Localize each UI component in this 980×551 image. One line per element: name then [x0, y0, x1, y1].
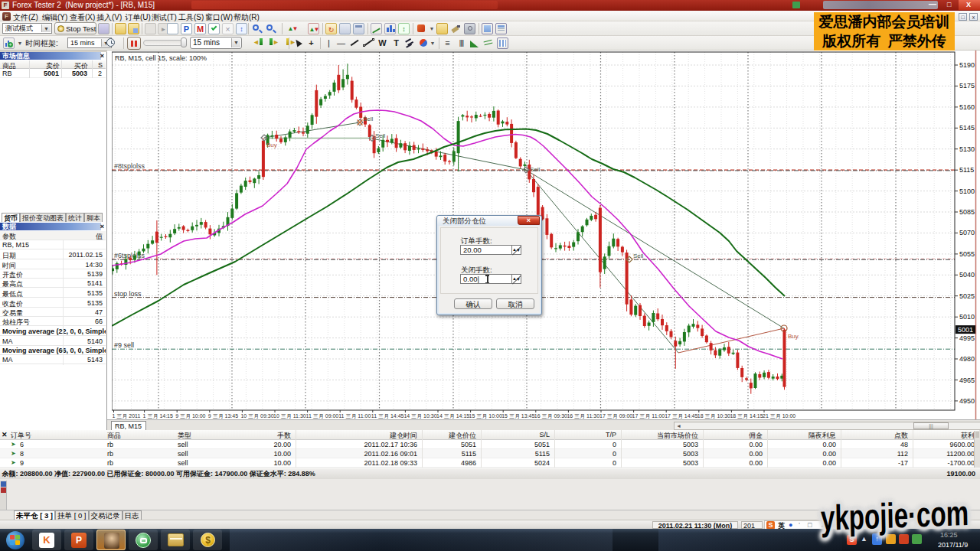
svg-text:15 三月 13:45: 15 三月 13:45 [501, 413, 534, 419]
svg-text:5055: 5055 [959, 250, 975, 258]
svg-text:5160: 5160 [959, 103, 975, 111]
svg-text:5130: 5130 [959, 145, 975, 153]
svg-text:11 三月 14:45: 11 三月 14:45 [371, 413, 404, 419]
svg-text:5145: 5145 [959, 124, 975, 132]
svg-text:16 三月 11:30: 16 三月 11:30 [567, 413, 599, 419]
svg-text:#8tsplolss: #8tsplolss [114, 162, 145, 170]
svg-text:9 三月 10:00: 9 三月 10:00 [175, 413, 205, 419]
svg-text:17 三月 11:00: 17 三月 11:00 [632, 413, 665, 419]
svg-text:5040: 5040 [959, 271, 975, 279]
svg-text:stop loss: stop loss [114, 290, 142, 298]
svg-text:RB, M15, cell 15, scale: 100%: RB, M15, cell 15, scale: 100% [115, 54, 207, 62]
svg-text:4980: 4980 [959, 355, 975, 363]
svg-text:14 三月 10:30: 14 三月 10:30 [403, 413, 436, 419]
svg-text:4965: 4965 [959, 377, 975, 384]
svg-text:Sell: Sell [633, 253, 644, 259]
svg-text:#9 sell: #9 sell [114, 341, 134, 349]
svg-text:11 三月 11:00: 11 三月 11:00 [338, 413, 371, 419]
svg-text:18 三月 10:30: 18 三月 10:30 [697, 413, 730, 419]
svg-text:1 三月 14:15: 1 三月 14:15 [143, 413, 173, 419]
svg-text:14 三月 14:15: 14 三月 14:15 [436, 413, 469, 419]
svg-text:10 三月 09:30: 10 三月 09:30 [240, 413, 273, 419]
svg-text:1 三月 2011: 1 三月 2011 [113, 413, 141, 419]
svg-text:16 三月 09:30: 16 三月 09:30 [534, 413, 567, 419]
svg-text:17 三月 09:00: 17 三月 09:00 [599, 413, 632, 419]
svg-text:5001: 5001 [958, 326, 973, 334]
svg-text:Sell: Sell [363, 116, 374, 122]
svg-text:Sell: Sell [375, 132, 386, 139]
svg-text:21 三月 10:00: 21 三月 10:00 [763, 413, 795, 419]
svg-text:11 三月 09:00: 11 三月 09:00 [306, 413, 339, 419]
svg-text:4995: 4995 [959, 334, 975, 342]
svg-text:Sell: Sell [530, 166, 541, 173]
svg-text:15 三月 10:00: 15 三月 10:00 [469, 413, 502, 419]
svg-text:10 三月 11:30: 10 三月 11:30 [273, 413, 306, 419]
svg-text:5190: 5190 [959, 61, 975, 69]
svg-text:5025: 5025 [959, 292, 975, 300]
svg-text:4950: 4950 [959, 397, 975, 405]
svg-text:Buy: Buy [266, 142, 277, 148]
svg-text:9 三月 13:45: 9 三月 13:45 [208, 413, 238, 419]
svg-text:18 三月 14:15: 18 三月 14:15 [730, 413, 763, 419]
svg-text:Buy: Buy [788, 333, 799, 340]
svg-text:17 三月 14:45: 17 三月 14:45 [665, 413, 697, 419]
svg-text:5010: 5010 [959, 313, 975, 321]
svg-text:5175: 5175 [959, 82, 975, 90]
svg-text:5100: 5100 [959, 187, 975, 195]
svg-text:5070: 5070 [959, 229, 975, 236]
svg-text:5085: 5085 [959, 208, 975, 216]
svg-text:5115: 5115 [959, 166, 974, 174]
